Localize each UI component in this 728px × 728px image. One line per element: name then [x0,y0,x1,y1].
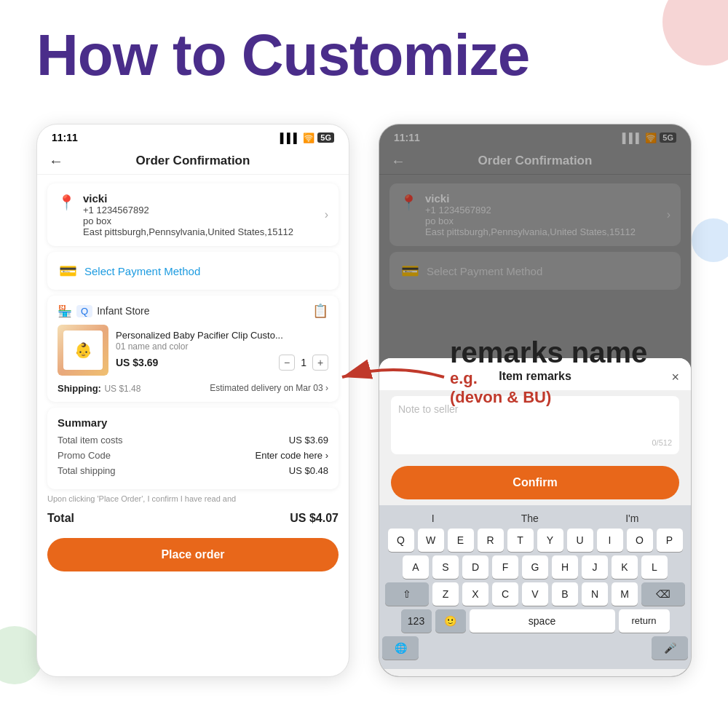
key-t[interactable]: T [507,529,534,552]
suggestion-im[interactable]: I'm [625,513,638,524]
key-c[interactable]: C [492,582,518,606]
page-title: How to Customize [36,22,529,89]
return-key[interactable]: return [619,609,670,633]
delete-key[interactable]: ⌫ [641,582,685,606]
keyboard-row-3: ⇧ Z X C V B N M ⌫ [382,582,688,606]
key-o[interactable]: O [627,529,653,552]
modal-header: Item remarks × [379,358,691,390]
keyboard-row-5: 🌐 🎤 [382,636,688,660]
key-h[interactable]: H [552,555,578,579]
total-row-left: Total US $4.07 [47,507,339,529]
modal-close-button[interactable]: × [671,370,679,385]
decorative-circle-mid-right [692,218,728,262]
modal-title: Item remarks [499,370,571,383]
qty-number-left: 1 [301,357,306,368]
mic-key[interactable]: 🎤 [652,636,688,660]
num-key[interactable]: 123 [401,609,432,633]
store-row-left: 🏪 Q Infant Store 📋 👶 Personalized Baby P… [47,296,339,402]
space-key[interactable]: space [470,609,615,633]
shipping-labels-left: Shipping: US $1.48 [58,381,141,395]
store-note-icon-left[interactable]: 📋 [312,303,328,319]
key-f[interactable]: F [492,555,518,579]
onesie-art-left: 👶 [63,331,103,370]
key-w[interactable]: W [418,529,444,552]
shift-key[interactable]: ⇧ [385,582,429,606]
product-price-qty-row: US $3.69 − 1 + [116,352,328,371]
key-k[interactable]: K [612,555,638,579]
address-card-left[interactable]: 📍 vicki +1 1234567892 po box East pittsb… [47,183,339,246]
product-variant-left: 01 name and color [116,341,328,352]
key-v[interactable]: V [522,582,548,606]
key-i[interactable]: I [597,529,623,552]
suggestion-i[interactable]: I [432,513,435,524]
qty-increase-left[interactable]: + [312,355,328,371]
wifi-icon-left: 🛜 [303,132,314,143]
summary-items-label-left: Total item costs [58,435,123,446]
suggestion-the[interactable]: The [521,513,539,524]
key-m[interactable]: M [612,582,638,606]
product-price-left: US $3.69 [116,357,158,368]
store-tag-left: Q [76,305,92,317]
product-qty-controls-left: − 1 + [279,355,328,371]
back-button-left[interactable]: ← [49,153,63,170]
address-content-left: vicki +1 1234567892 po box East pittsbur… [83,192,317,237]
modal-char-count: 0/512 [652,438,672,447]
modal-input-area[interactable]: Note to seller 0/512 [391,396,679,454]
key-a[interactable]: A [403,555,429,579]
key-y[interactable]: Y [537,529,563,552]
summary-items-value-left: US $3.69 [289,435,328,446]
decorative-circle-top-right [662,0,728,66]
summary-row-promo-left[interactable]: Promo Code Enter code here › [58,450,328,461]
key-g[interactable]: G [522,555,548,579]
product-image-left: 👶 [58,325,108,376]
key-j[interactable]: J [582,555,608,579]
item-remarks-modal: Item remarks × Note to seller 0/512 Conf… [379,358,691,676]
key-n[interactable]: N [582,582,608,606]
key-l[interactable]: L [641,555,668,579]
key-x[interactable]: X [462,582,488,606]
address-line2-left: East pittsburgh,Pennsylvania,United Stat… [83,226,317,237]
store-name-left: Infant Store [97,305,149,317]
summary-promo-value-left: Enter code here › [256,450,328,461]
key-b[interactable]: B [552,582,578,606]
summary-shipping-label-left: Total shipping [58,465,116,476]
product-img-art-left: 👶 [58,325,108,376]
summary-card-left: Summary Total item costs US $3.69 Promo … [47,408,339,489]
product-row-left: 👶 Personalized Baby Pacifier Clip Custo.… [58,325,328,376]
summary-promo-label-left: Promo Code [58,450,111,461]
key-r[interactable]: R [478,529,504,552]
confirm-button[interactable]: Confirm [391,466,679,499]
keyboard-suggestions: I The I'm [382,510,688,529]
battery-icon-left: 5G [317,132,334,143]
key-d[interactable]: D [462,555,488,579]
time-left: 11:11 [52,132,78,143]
signal-icon-left: ▌▌▌ [280,132,301,143]
shipping-delivery-left: Estimated delivery on Mar 03 › [210,383,328,393]
emoji-key[interactable]: 🙂 [435,609,466,633]
modal-placeholder: Note to seller [398,403,458,415]
address-phone-left: +1 1234567892 [83,205,317,215]
payment-icon-left: 💳 [59,262,77,280]
address-arrow-left: › [325,208,328,221]
shipping-cost-left: US $1.48 [104,384,141,394]
payment-row-left[interactable]: 💳 Select Payment Method [47,252,339,290]
key-z[interactable]: Z [432,582,459,606]
key-p[interactable]: P [657,529,683,552]
keyboard-row-2: A S D F G H J K L [382,555,688,579]
qty-decrease-left[interactable]: − [279,355,295,371]
key-q[interactable]: Q [388,529,414,552]
store-header-left: 🏪 Q Infant Store 📋 [58,303,328,319]
key-u[interactable]: U [567,529,593,552]
keyboard-row-1: Q W E R T Y U I O P [382,529,688,552]
store-icon-left: 🏪 [58,304,72,318]
keyboard-row-4: 123 🙂 space return [382,609,688,633]
key-s[interactable]: S [432,555,459,579]
keyboard-spacer [422,636,648,660]
product-info-left: Personalized Baby Pacifier Clip Custo...… [116,330,328,371]
place-order-button-left[interactable]: Place order [47,538,339,571]
globe-key[interactable]: 🌐 [382,636,419,660]
address-line1-left: po box [83,215,317,226]
left-phone: 11:11 ▌▌▌ 🛜 5G ← Order Confirmation 📍 vi… [36,124,349,677]
key-e[interactable]: E [448,529,474,552]
total-label-left: Total [47,512,74,525]
